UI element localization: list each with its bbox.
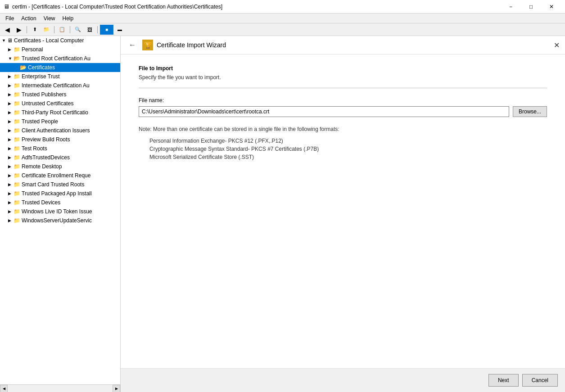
tree-scrollbar[interactable]: ◀ ▶ [0, 384, 120, 392]
browse-button[interactable]: Browse... [513, 106, 547, 117]
toolbar-separator-3 [70, 26, 70, 33]
toolbar-folder[interactable]: 📁 [41, 25, 52, 35]
tree-item-label: Trusted Packaged App Install [22, 190, 92, 197]
toolbar-separator-4 [97, 26, 98, 33]
tree-item[interactable]: ▶📁Smart Card Trusted Roots [0, 180, 120, 189]
maximize-button[interactable]: □ [521, 0, 541, 14]
expand-icon: ▶ [8, 164, 14, 169]
toolbar-view[interactable]: 🖼 [84, 25, 95, 35]
expand-icon: ▶ [8, 110, 14, 115]
tree-item-label: Certificates [28, 64, 55, 71]
wizard-close-button[interactable]: ✕ [554, 41, 560, 50]
wizard-divider [139, 88, 547, 88]
tree-item[interactable]: 📂Certificates [0, 63, 120, 72]
tree-item[interactable]: ▶📁Trusted People [0, 117, 120, 126]
tree-item[interactable]: ▶📁Trusted Packaged App Install [0, 189, 120, 198]
tree-item[interactable]: ▶📁Enterprise Trust [0, 72, 120, 81]
scroll-right-btn[interactable]: ▶ [113, 385, 120, 392]
tree-item-label: Trusted Publishers [22, 91, 67, 98]
app-icon: 🖥 [4, 3, 9, 10]
folder-icon: 📁 [14, 208, 20, 215]
folder-icon: 📂 [14, 55, 20, 62]
tree-item[interactable]: ▶📁Trusted Devices [0, 198, 120, 207]
folder-icon: 📁 [14, 217, 20, 224]
tree-item-label: Enterprise Trust [22, 73, 60, 80]
tree-item[interactable]: ▶📁Client Authentication Issuers [0, 126, 120, 135]
wizard-body: File to Import Specify the file you want… [121, 54, 565, 368]
toolbar-extra2[interactable]: ▬ [114, 25, 125, 35]
folder-icon: 📁 [14, 199, 20, 206]
tree-item-label: Third-Party Root Certificatio [22, 109, 88, 116]
tree-item-label: Trusted Root Certification Au [22, 55, 90, 62]
tree-item[interactable]: ▶📁Windows Live ID Token Issue [0, 207, 120, 216]
tree-item[interactable]: ▶📁Third-Party Root Certificatio [0, 108, 120, 117]
tree-item-label: AdfsTrustedDevices [22, 154, 70, 161]
tree-item[interactable]: ▶📁Personal [0, 45, 120, 54]
folder-open-icon: 📂 [20, 64, 27, 71]
scroll-left-btn[interactable]: ◀ [0, 385, 8, 392]
wizard-back-button[interactable]: ← [126, 40, 139, 50]
folder-icon: 📁 [14, 154, 20, 161]
tree-item[interactable]: ▶📁Intermediate Certification Au [0, 81, 120, 90]
expand-icon: ▶ [8, 146, 14, 151]
tree-item[interactable]: ▶📁Remote Desktop [0, 162, 120, 171]
folder-icon: 📁 [14, 91, 20, 98]
toolbar-search[interactable]: 🔍 [72, 25, 83, 35]
toolbar-copy[interactable]: 📋 [57, 25, 68, 35]
tree-item-label: Preview Build Roots [22, 136, 70, 143]
tree-item[interactable]: ▶📁WindowsServerUpdateServic [0, 216, 120, 225]
expand-icon: ▶ [8, 47, 14, 52]
expand-icon: ▶ [8, 173, 14, 178]
minimize-button[interactable]: − [501, 0, 521, 14]
tree-view: ▼🖥Certificates - Local Computer▶📁Persona… [0, 36, 120, 384]
wizard-overlay: ← 🏆 Certificate Import Wizard ✕ File to … [121, 36, 565, 392]
wizard-icon: 🏆 [142, 40, 153, 50]
toolbar-separator-2 [54, 26, 54, 33]
main-content: ▼🖥Certificates - Local Computer▶📁Persona… [0, 36, 565, 392]
menu-action[interactable]: Action [18, 14, 40, 23]
file-input-row: Browse... [139, 106, 547, 117]
folder-icon: 📁 [14, 109, 20, 116]
file-name-input[interactable] [139, 106, 509, 117]
right-panel: nded Purposes Friendly Nam nt Authentica… [121, 36, 565, 392]
tree-item-label: Trusted People [22, 118, 58, 125]
toolbar-extra[interactable]: ■ [100, 25, 113, 35]
toolbar: ◀ ▶ ⬆ 📁 📋 🔍 🖼 ■ ▬ [0, 23, 565, 36]
folder-icon: 📁 [14, 145, 20, 152]
expand-icon: ▶ [8, 218, 14, 223]
close-button[interactable]: ✕ [541, 0, 561, 14]
toolbar-back[interactable]: ◀ [2, 25, 13, 35]
menu-file[interactable]: File [2, 14, 18, 23]
wizard-header-left: ← 🏆 Certificate Import Wizard [126, 40, 226, 50]
folder-icon: 📁 [14, 100, 20, 107]
menu-view[interactable]: View [40, 14, 59, 23]
tree-item[interactable]: ▼📂Trusted Root Certification Au [0, 54, 120, 63]
next-button[interactable]: Next [488, 374, 519, 387]
folder-icon: 📁 [14, 73, 20, 80]
tree-item-label: Personal [22, 46, 43, 53]
wizard-section-desc: Specify the file you want to import. [139, 74, 547, 81]
folder-icon: 📁 [14, 46, 20, 53]
folder-icon: 📁 [14, 82, 20, 89]
tree-item[interactable]: ▼🖥Certificates - Local Computer [0, 36, 120, 45]
cancel-button[interactable]: Cancel [522, 374, 558, 387]
tree-item-label: Windows Live ID Token Issue [22, 208, 92, 215]
tree-item[interactable]: ▶📁Test Roots [0, 144, 120, 153]
left-panel: ▼🖥Certificates - Local Computer▶📁Persona… [0, 36, 121, 392]
tree-item[interactable]: ▶📁Untrusted Certificates [0, 99, 120, 108]
scrollbar-track[interactable] [8, 385, 113, 392]
tree-item[interactable]: ▶📁Preview Build Roots [0, 135, 120, 144]
tree-item[interactable]: ▶📁AdfsTrustedDevices [0, 153, 120, 162]
menu-help[interactable]: Help [59, 14, 77, 23]
format-item: Personal Information Exchange- PKCS #12 … [146, 138, 547, 144]
toolbar-forward[interactable]: ▶ [14, 25, 24, 35]
toolbar-separator-1 [27, 26, 27, 33]
tree-item[interactable]: ▶📁Certificate Enrollment Reque [0, 171, 120, 180]
window-title: certlm - [Certificates - Local Computer\… [12, 4, 222, 10]
expand-icon: ▶ [8, 200, 14, 205]
expand-icon: ▶ [8, 137, 14, 142]
tree-item-label: Untrusted Certificates [22, 100, 73, 107]
toolbar-up[interactable]: ⬆ [29, 25, 40, 35]
computer-icon: 🖥 [7, 37, 13, 44]
tree-item[interactable]: ▶📁Trusted Publishers [0, 90, 120, 99]
